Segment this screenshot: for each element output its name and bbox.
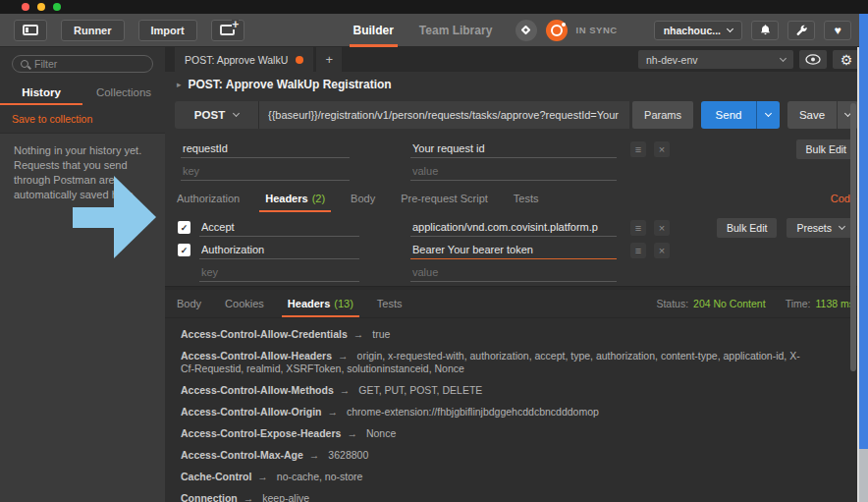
param-key-input[interactable] [181, 162, 350, 181]
response-header-name: Access-Control-Allow-Origin [181, 406, 322, 418]
header-key-input[interactable] [199, 218, 359, 237]
drag-handle-icon[interactable]: ≡ [630, 220, 646, 236]
response-header-row: Access-Control-Expose-Headers→Nonce [181, 422, 805, 444]
request-tabstrip: POST: Approve WalkU + nh-dev-env ⚙ [165, 47, 868, 72]
status-label: Status: [656, 298, 688, 309]
environment-select[interactable]: nh-dev-env [638, 50, 793, 69]
request-title: POST: Approve WalkUp Registration [189, 78, 392, 91]
sync-icon[interactable] [546, 20, 568, 41]
time-label: Time: [786, 298, 811, 309]
favorites-button[interactable]: ♥ [824, 21, 851, 40]
headers-bulk-edit-button[interactable]: Bulk Edit [717, 218, 777, 238]
tab-body[interactable]: Body [351, 185, 375, 212]
tab-authorization[interactable]: Authorization [177, 185, 240, 212]
eye-icon [805, 54, 821, 65]
presets-button[interactable]: Presets [787, 218, 854, 238]
vertical-scrollbar[interactable] [850, 103, 856, 371]
header-key-input[interactable] [199, 263, 359, 282]
environment-name: nh-dev-env [646, 54, 698, 66]
close-window-button[interactable] [22, 3, 29, 11]
response-tab-tests[interactable]: Tests [377, 290, 403, 317]
response-tab-headers[interactable]: Headers (13) [288, 290, 353, 317]
builder-panel: POST: Approve WalkU + nh-dev-env ⚙ [165, 47, 868, 502]
toolbar-right: IN SYNC nhachouc... ♥ [515, 20, 851, 41]
url-input[interactable] [259, 101, 629, 129]
tab-history[interactable]: History [0, 81, 82, 105]
save-to-collection-link[interactable]: Save to collection [0, 105, 165, 134]
response-header-value: Nonce [366, 427, 396, 439]
response-header-value: keep-alive [262, 492, 309, 502]
response-headers-list: Access-Control-Allow-Credentials→true Ac… [165, 318, 868, 502]
environment-preview-button[interactable] [799, 50, 827, 69]
param-row: ≡ × Bulk Edit [171, 138, 856, 160]
environment-controls: nh-dev-env ⚙ [638, 47, 868, 72]
response-header-row: Cache-Control→no-cache, no-store [181, 466, 805, 487]
filter-input[interactable] [34, 58, 144, 70]
response-tab-cookies[interactable]: Cookies [225, 290, 264, 317]
param-value-input[interactable] [410, 162, 617, 181]
arrow-right-icon: → [347, 427, 357, 439]
params-button[interactable]: Params [632, 101, 693, 129]
disclosure-triangle-icon[interactable]: ▸ [177, 80, 182, 89]
method-label: POST [194, 109, 225, 121]
response-header-name: Access-Control-Allow-Methods [181, 384, 334, 396]
settings-wrench-button[interactable] [787, 21, 815, 40]
param-value-input[interactable] [410, 139, 617, 158]
postman-window: Runner Import Builder Team Library IN SY… [0, 0, 868, 502]
drag-handle-icon[interactable]: ≡ [630, 243, 646, 258]
method-select[interactable]: POST [175, 101, 259, 129]
params-editor: ≡ × Bulk Edit [165, 134, 868, 185]
minimize-window-button[interactable] [37, 3, 45, 11]
zoom-window-button[interactable] [53, 3, 61, 11]
environment-settings-button[interactable]: ⚙ [833, 50, 860, 69]
header-key-input[interactable] [199, 241, 359, 259]
new-tab-button[interactable]: + [316, 47, 342, 72]
response-tabs: Body Cookies Headers (13) Tests Status: … [165, 290, 868, 318]
tab-headers[interactable]: Headers (2) [265, 185, 325, 212]
header-value-input-focused[interactable] [410, 241, 617, 259]
header-value-input[interactable] [410, 218, 617, 237]
runner-button[interactable]: Runner [61, 20, 125, 41]
header-row-checkbox[interactable]: ✓ [178, 244, 190, 256]
new-window-button[interactable] [211, 20, 244, 41]
response-tab-body[interactable]: Body [177, 290, 201, 317]
header-row-empty [171, 261, 856, 284]
request-tab-label: POST: Approve WalkU [185, 54, 288, 66]
remove-row-icon[interactable]: × [654, 243, 670, 258]
headers-editor: ✓ ≡ × Bulk Edit Presets ✓ ≡ × [165, 212, 868, 286]
send-options-button[interactable] [756, 101, 780, 129]
import-button[interactable]: Import [138, 20, 197, 41]
annotation-arrow [73, 176, 156, 258]
response-header-row: Connection→keep-alive [181, 487, 805, 502]
notifications-button[interactable] [751, 21, 779, 40]
titlebar [0, 0, 868, 14]
user-menu-button[interactable]: nhachouc... [654, 21, 742, 40]
sync-status-label: IN SYNC [576, 25, 618, 35]
header-row-checkbox[interactable]: ✓ [178, 221, 190, 234]
header-value-input[interactable] [410, 263, 617, 282]
param-key-input[interactable] [181, 139, 350, 158]
arrow-right-icon: → [353, 328, 364, 340]
wrench-icon [795, 24, 808, 36]
remove-row-icon[interactable]: × [654, 141, 670, 157]
tab-collections[interactable]: Collections [82, 81, 165, 105]
tab-team-library[interactable]: Team Library [419, 14, 492, 47]
drag-handle-icon[interactable]: ≡ [630, 141, 646, 157]
bell-icon [759, 24, 772, 36]
tab-pre-request-script[interactable]: Pre-request Script [401, 185, 488, 212]
remove-row-icon[interactable]: × [654, 220, 670, 236]
toggle-sidebar-button[interactable] [14, 20, 47, 41]
search-icon [21, 60, 28, 68]
save-button[interactable]: Save [787, 101, 837, 129]
tab-builder[interactable]: Builder [353, 14, 393, 47]
send-button[interactable]: Send [701, 101, 756, 129]
annotation-arrow-shaft [73, 207, 115, 228]
request-tab[interactable]: POST: Approve WalkU [175, 47, 313, 72]
params-bulk-edit-button[interactable]: Bulk Edit [796, 139, 856, 159]
header-row: ✓ ≡ × [171, 239, 856, 261]
arrow-right-icon: → [244, 492, 254, 502]
tab-tests[interactable]: Tests [514, 185, 539, 212]
chevron-down-icon [727, 25, 733, 31]
check-icon: ✓ [181, 223, 189, 233]
interceptor-icon[interactable] [515, 20, 537, 41]
